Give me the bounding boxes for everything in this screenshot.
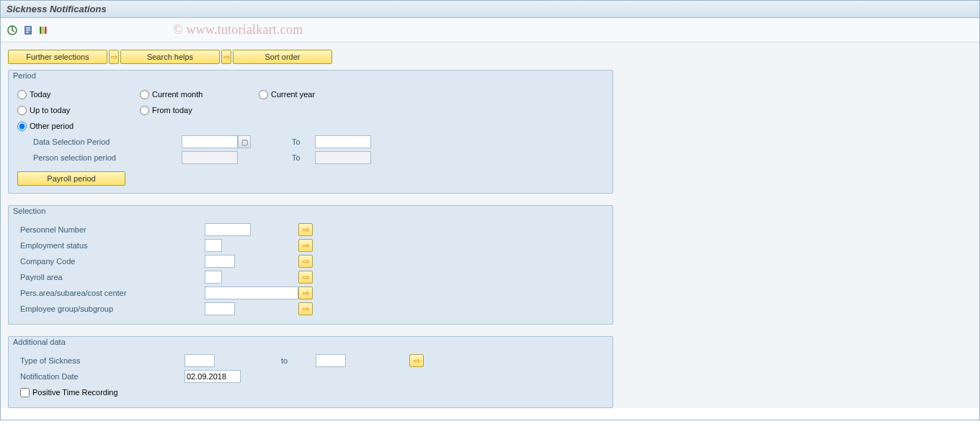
svg-rect-7: [45, 27, 47, 34]
multi-select-button[interactable]: ⇨: [298, 286, 313, 299]
selection-buttons: Further selections ⇨ Search helps ⇨ Sort…: [8, 50, 972, 64]
label-employment-status: Employment status: [17, 241, 205, 250]
positive-time-recording-checkbox[interactable]: [20, 388, 30, 397]
arrow-right-icon: ⇨: [414, 356, 420, 366]
type-of-sickness-to[interactable]: [316, 354, 346, 367]
svg-rect-5: [40, 27, 42, 34]
arrow-right-icon: ⇨: [303, 241, 309, 250]
execute-icon[interactable]: [6, 24, 18, 36]
multi-select-button[interactable]: ⇨: [298, 255, 313, 268]
label-positive-time-recording: Positive Time Recording: [32, 388, 118, 397]
employee-group-input[interactable]: [205, 302, 235, 315]
notification-date-input[interactable]: [184, 370, 241, 383]
svg-rect-3: [26, 30, 30, 31]
person-selection-to[interactable]: [315, 151, 371, 164]
svg-rect-4: [26, 32, 29, 33]
arrow-right-icon: ⇨: [303, 304, 309, 314]
watermark: © www.tutorialkart.com: [173, 22, 303, 37]
label-to: To: [290, 153, 315, 162]
radio-current-month[interactable]: [140, 90, 149, 99]
window: Sickness Notifications © www.tutorialkar…: [0, 0, 980, 420]
employment-status-input[interactable]: [205, 239, 222, 252]
label-to-lower: to: [280, 356, 316, 365]
company-code-input[interactable]: [205, 255, 235, 268]
label-today: Today: [30, 90, 50, 99]
search-helps-arrow[interactable]: ⇨: [109, 50, 119, 64]
data-selection-to[interactable]: [315, 135, 371, 148]
multi-select-button[interactable]: ⇨: [298, 223, 313, 236]
label-pers-area: Pers.area/subarea/cost center: [17, 289, 205, 297]
svg-rect-6: [43, 27, 45, 34]
arrow-right-icon: ⇨: [111, 53, 117, 62]
radio-other-period[interactable]: [17, 122, 27, 131]
multi-select-button[interactable]: ⇨: [409, 354, 424, 367]
person-selection-from[interactable]: [182, 151, 238, 164]
label-to: To: [290, 137, 315, 146]
arrow-right-icon: ⇨: [303, 273, 309, 282]
sort-order-button[interactable]: Sort order: [233, 50, 332, 64]
sort-order-arrow[interactable]: ⇨: [221, 50, 231, 64]
period-group: Period Today Current month Current year …: [8, 70, 613, 194]
selection-group: Selection Personnel Number ⇨ Employment …: [8, 205, 613, 325]
columns-icon[interactable]: [38, 24, 50, 36]
content-area: Further selections ⇨ Search helps ⇨ Sort…: [1, 42, 979, 408]
personnel-number-input[interactable]: [205, 223, 251, 236]
label-payroll-area: Payroll area: [17, 273, 205, 281]
multi-select-button[interactable]: ⇨: [298, 239, 313, 252]
arrow-right-icon: ⇨: [303, 225, 309, 235]
label-data-selection: Data Selection Period: [17, 137, 182, 146]
additional-group-label: Additional data: [9, 336, 612, 349]
arrow-right-icon: ⇨: [303, 289, 309, 298]
search-helps-button[interactable]: Search helps: [120, 50, 220, 64]
date-picker-icon[interactable]: ▢: [238, 135, 251, 148]
label-current-month: Current month: [152, 90, 202, 99]
label-employee-group: Employee group/subgroup: [17, 304, 205, 313]
label-person-selection: Person selection period: [17, 153, 182, 162]
multi-select-button[interactable]: ⇨: [298, 271, 313, 284]
label-type-of-sickness: Type of Sickness: [17, 356, 184, 365]
label-company-code: Company Code: [17, 257, 205, 266]
radio-from-today[interactable]: [140, 106, 149, 115]
radio-today[interactable]: [17, 90, 27, 99]
label-notification-date: Notification Date: [17, 372, 184, 381]
titlebar: Sickness Notifications: [1, 1, 979, 18]
payroll-area-input[interactable]: [205, 271, 222, 284]
additional-data-group: Additional data Type of Sickness to ⇨ No…: [8, 336, 613, 408]
type-of-sickness-from[interactable]: [184, 354, 215, 367]
svg-rect-2: [26, 27, 30, 29]
radio-up-to-today[interactable]: [17, 106, 27, 115]
arrow-right-icon: ⇨: [223, 53, 230, 62]
label-other-period: Other period: [30, 122, 74, 130]
period-group-label: Period: [9, 70, 612, 83]
multi-select-button[interactable]: ⇨: [298, 302, 313, 315]
payroll-period-button[interactable]: Payroll period: [17, 171, 125, 186]
radio-current-year[interactable]: [259, 90, 268, 99]
label-from-today: From today: [152, 106, 192, 114]
label-current-year: Current year: [271, 90, 315, 99]
arrow-right-icon: ⇨: [303, 257, 309, 266]
app-toolbar: © www.tutorialkart.com: [1, 18, 979, 42]
variant-icon[interactable]: [22, 24, 34, 36]
selection-group-label: Selection: [9, 205, 612, 218]
label-up-to-today: Up to today: [30, 106, 70, 114]
page-title: Sickness Notifications: [6, 4, 107, 14]
data-selection-from[interactable]: [182, 135, 238, 148]
further-selections-button[interactable]: Further selections: [8, 50, 107, 64]
label-personnel-number: Personnel Number: [17, 225, 205, 234]
pers-area-input[interactable]: [205, 286, 298, 299]
